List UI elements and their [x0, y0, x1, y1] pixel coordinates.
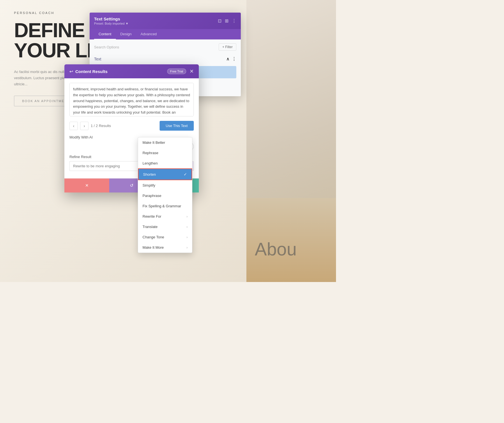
dropdown-item-label: Make It Better — [143, 140, 165, 145]
panel-title: Text Settings — [94, 17, 129, 21]
pagination-row: ‹ › 1 / 2 Results Use This Text — [69, 121, 194, 131]
more-options-icon[interactable]: ⋮ — [232, 18, 236, 24]
panel-header-info: Text Settings Preset: Body imported ▼ — [94, 17, 129, 25]
dropdown-item-rephrase[interactable]: Rephrase — [138, 148, 192, 158]
cancel-button[interactable]: ✕ — [64, 178, 109, 192]
search-options-label: Search Options — [94, 45, 119, 49]
collapse-icon[interactable]: ∧ — [226, 56, 230, 62]
dropdown-item-make-it-better[interactable]: Make It Better — [138, 137, 192, 148]
panel-header-actions: ⊡ ⊞ ⋮ — [218, 18, 236, 24]
text-section-header: Text ∧ ⋮ — [94, 54, 236, 64]
dropdown-item-label: Shorten — [143, 172, 156, 177]
expand-icon[interactable]: ⊞ — [225, 18, 228, 24]
panel-tabs: Content Design Advanced — [90, 29, 241, 39]
dropdown-item-lengthen[interactable]: Lengthen — [138, 158, 192, 168]
dropdown-item-label: Make It More — [143, 245, 164, 250]
text-section-actions: ∧ ⋮ — [226, 56, 236, 62]
tab-advanced[interactable]: Advanced — [136, 29, 161, 39]
search-filter-row: Search Options + Filter — [94, 43, 236, 51]
panel-header: Text Settings Preset: Body imported ▼ ⊡ … — [90, 13, 241, 29]
close-icon[interactable]: ✕ — [190, 68, 194, 74]
dropdown-item-simplify[interactable]: Simplify — [138, 180, 192, 191]
dropdown-item-label: Translate — [143, 225, 158, 229]
pagination-nav: ‹ › 1 / 2 Results — [69, 122, 111, 130]
prev-button[interactable]: ‹ — [69, 122, 78, 130]
submenu-arrow-icon: › — [186, 246, 188, 250]
back-icon[interactable]: ↩ — [69, 69, 73, 74]
next-button[interactable]: › — [80, 122, 88, 130]
result-textarea[interactable] — [69, 83, 194, 116]
dropdown-item-label: Simplify — [143, 183, 155, 187]
minimize-icon[interactable]: ⊡ — [218, 18, 221, 24]
submenu-arrow-icon: › — [186, 215, 188, 218]
use-this-text-button[interactable]: Use This Text — [160, 121, 194, 131]
modal-header: ↩ Content Results Free Trial ✕ — [64, 64, 199, 78]
tab-content[interactable]: Content — [94, 29, 116, 39]
text-section-more-icon[interactable]: ⋮ — [232, 56, 236, 62]
dropdown-item-label: Rewrite For — [143, 214, 161, 218]
tab-design[interactable]: Design — [116, 29, 136, 39]
dropdown-item-label: Change Tone — [143, 235, 164, 239]
modal-title: Content Results — [75, 69, 108, 74]
submenu-arrow-icon: › — [186, 225, 188, 229]
dropdown-item-translate[interactable]: Translate› — [138, 222, 192, 232]
dropdown-item-change-tone[interactable]: Change Tone› — [138, 232, 192, 242]
dropdown-item-make-it-more[interactable]: Make It More› — [138, 242, 192, 253]
about-text: Abou — [255, 239, 297, 260]
dropdown-item-fix-spelling-&-grammar[interactable]: Fix Spelling & Grammar — [138, 201, 192, 211]
submenu-arrow-icon: › — [186, 235, 188, 239]
free-trial-badge: Free Trial — [167, 69, 186, 74]
checkmark-icon: ✓ — [184, 172, 187, 177]
modal-header-left: ↩ Content Results — [69, 69, 108, 74]
dropdown-item-label: Lengthen — [143, 161, 158, 165]
dropdown-item-label: Rephrase — [143, 151, 158, 155]
bg-right-section: Abou — [246, 0, 336, 282]
panel-preset[interactable]: Preset: Body imported ▼ — [94, 22, 129, 25]
dropdown-item-shorten[interactable]: Shorten✓ — [138, 168, 192, 180]
page-info: 1 / 2 Results — [91, 124, 111, 128]
shorten-dropdown-menu: Make It BetterRephraseLengthenShorten✓Si… — [138, 137, 192, 253]
dropdown-item-label: Fix Spelling & Grammar — [143, 204, 181, 208]
modal-header-right: Free Trial ✕ — [167, 68, 194, 74]
dropdown-item-rewrite-for[interactable]: Rewrite For› — [138, 211, 192, 222]
dropdown-item-label: Paraphrase — [143, 194, 161, 198]
dropdown-item-paraphrase[interactable]: Paraphrase — [138, 191, 192, 201]
text-section-label: Text — [94, 57, 101, 61]
filter-button[interactable]: + Filter — [219, 43, 236, 51]
